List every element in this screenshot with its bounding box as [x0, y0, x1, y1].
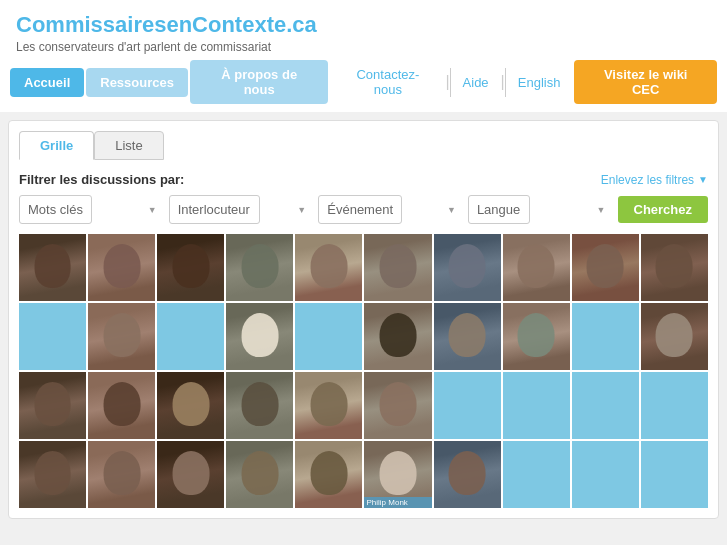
title-black: Commissaires: [16, 12, 166, 37]
photo-cell[interactable]: [88, 441, 155, 508]
photo-cell[interactable]: [295, 234, 362, 301]
interlocuteur-select[interactable]: Interlocuteur: [169, 195, 260, 224]
photo-cell[interactable]: [19, 372, 86, 439]
photo-cell[interactable]: [434, 372, 501, 439]
photo-cell[interactable]: [88, 303, 155, 370]
mots-cles-select[interactable]: Mots clés: [19, 195, 92, 224]
langue-wrapper: Langue: [468, 195, 612, 224]
remove-filters-icon: ▼: [698, 174, 708, 185]
photo-cell[interactable]: [572, 234, 639, 301]
main-content: Grille Liste Filtrer les discussions par…: [8, 120, 719, 519]
photo-cell[interactable]: [88, 234, 155, 301]
photo-cell[interactable]: [88, 372, 155, 439]
photo-cell[interactable]: [364, 234, 431, 301]
nav-english[interactable]: English: [505, 68, 573, 97]
photo-cell[interactable]: [364, 372, 431, 439]
tab-grille[interactable]: Grille: [19, 131, 94, 160]
filter-section: Filtrer les discussions par: Enlevez les…: [19, 172, 708, 187]
photo-cell[interactable]: [503, 303, 570, 370]
photo-cell[interactable]: [364, 303, 431, 370]
person-name: Philip Monk: [364, 497, 431, 508]
photo-cell[interactable]: [503, 372, 570, 439]
mots-cles-wrapper: Mots clés: [19, 195, 163, 224]
nav-accueil[interactable]: Accueil: [10, 68, 84, 97]
photo-cell[interactable]: [295, 372, 362, 439]
photo-cell[interactable]: [641, 303, 708, 370]
site-header: CommissairesenContexte.ca Les conservate…: [0, 0, 727, 60]
interlocuteur-wrapper: Interlocuteur: [169, 195, 313, 224]
photo-cell[interactable]: [434, 234, 501, 301]
photo-cell[interactable]: [434, 303, 501, 370]
title-blue: enContexte: [166, 12, 286, 37]
photo-cell[interactable]: [572, 303, 639, 370]
site-subtitle: Les conservateurs d'art parlent de commi…: [16, 40, 711, 54]
nav-contactez[interactable]: Contactez-nous: [330, 60, 445, 104]
nav-wiki[interactable]: Visitez le wiki CEC: [574, 60, 717, 104]
title-suffix: .ca: [286, 12, 317, 37]
photo-cell[interactable]: [19, 234, 86, 301]
search-button[interactable]: Cherchez: [618, 196, 709, 223]
photo-cell[interactable]: [226, 372, 293, 439]
filter-dropdowns: Mots clés Interlocuteur Événement Langue…: [19, 195, 708, 224]
langue-select[interactable]: Langue: [468, 195, 530, 224]
photo-cell[interactable]: [641, 441, 708, 508]
tab-liste[interactable]: Liste: [94, 131, 163, 160]
photo-cell[interactable]: [157, 303, 224, 370]
photo-cell[interactable]: [226, 234, 293, 301]
photo-cell[interactable]: [157, 441, 224, 508]
photo-cell[interactable]: [19, 303, 86, 370]
nav-aide[interactable]: Aide: [450, 68, 501, 97]
photo-cell[interactable]: [295, 303, 362, 370]
photo-cell[interactable]: [503, 441, 570, 508]
evenement-select[interactable]: Événement: [318, 195, 402, 224]
site-title: CommissairesenContexte.ca: [16, 12, 711, 38]
photo-cell[interactable]: [226, 441, 293, 508]
photo-cell[interactable]: [572, 441, 639, 508]
photo-cell[interactable]: [19, 441, 86, 508]
photo-cell[interactable]: [226, 303, 293, 370]
nav-apropos[interactable]: À propos de nous: [190, 60, 328, 104]
filter-label: Filtrer les discussions par:: [19, 172, 601, 187]
photo-cell[interactable]: [503, 234, 570, 301]
photo-grid: Philip Monk: [19, 234, 708, 508]
evenement-wrapper: Événement: [318, 195, 462, 224]
photo-cell[interactable]: [157, 234, 224, 301]
photo-cell[interactable]: [572, 372, 639, 439]
photo-cell[interactable]: Philip Monk: [364, 441, 431, 508]
remove-filters-label: Enlevez les filtres: [601, 173, 694, 187]
remove-filters[interactable]: Enlevez les filtres ▼: [601, 173, 708, 187]
photo-cell[interactable]: [641, 372, 708, 439]
tabs: Grille Liste: [19, 131, 708, 160]
photo-cell[interactable]: [641, 234, 708, 301]
nav-ressources[interactable]: Ressources: [86, 68, 188, 97]
photo-cell[interactable]: [434, 441, 501, 508]
nav-links: Contactez-nous | Aide | English: [330, 60, 572, 104]
photo-cell[interactable]: [157, 372, 224, 439]
nav-bar: Accueil Ressources À propos de nous Cont…: [0, 60, 727, 112]
photo-cell[interactable]: [295, 441, 362, 508]
